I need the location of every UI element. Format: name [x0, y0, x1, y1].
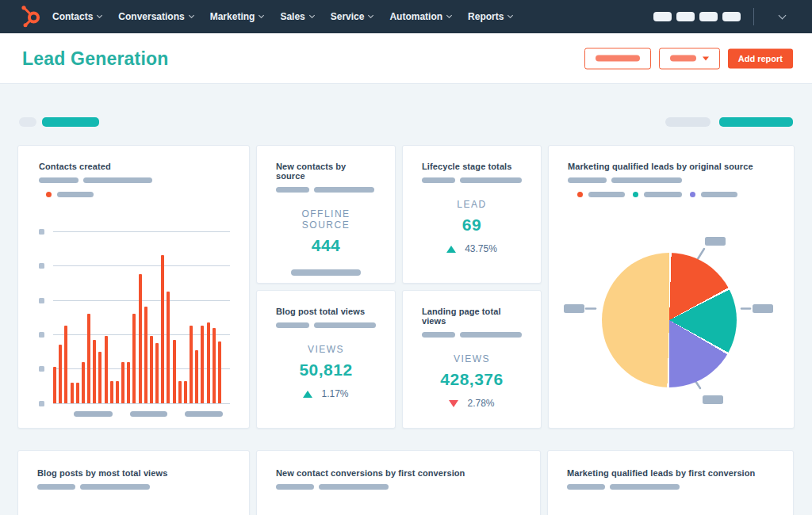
account-chevron-down-icon[interactable]	[779, 12, 787, 20]
bar[interactable]	[173, 340, 176, 403]
filter-control-placeholder[interactable]	[719, 117, 793, 127]
pie-data-label-placeholder	[753, 304, 773, 313]
delta-value: 1.17%	[321, 388, 348, 399]
dashboard-actions-button[interactable]	[584, 48, 651, 69]
subtitle-pill	[319, 484, 389, 490]
metric-value: 428,376	[422, 370, 522, 389]
button-label-placeholder	[670, 55, 696, 62]
bar[interactable]	[98, 352, 102, 403]
nav-item-marketing[interactable]: Marketing	[210, 11, 264, 22]
subtitle-pill	[422, 332, 455, 338]
nav-icon-placeholder[interactable]	[699, 12, 718, 21]
bar[interactable]	[64, 326, 67, 403]
bar[interactable]	[127, 362, 130, 403]
nav-item-automation[interactable]: Automation	[389, 11, 451, 22]
bar[interactable]	[184, 381, 187, 403]
dashboard-filter-dropdown[interactable]	[659, 48, 720, 69]
subtitle-pill	[314, 322, 376, 328]
card-blog-post-total-views: Blog post total views VIEWS 50,812 1.17%	[256, 290, 396, 429]
subtitle-pill	[610, 484, 680, 490]
nav-item-label: Reports	[468, 11, 504, 22]
bar[interactable]	[59, 345, 62, 403]
pie-chart-area	[549, 146, 794, 428]
pie-data-label-placeholder	[705, 237, 726, 246]
card-mql-by-first-conversion: Marketing qualified leads by first conve…	[547, 450, 794, 515]
bar[interactable]	[82, 362, 85, 403]
card-contacts-created: Contacts created	[17, 145, 250, 429]
app-root: Contacts Conversations Marketing Sales S…	[0, 0, 812, 515]
y-axis-tick-placeholder	[39, 229, 44, 235]
card-new-contact-conversions-by-first-conversion: New contact conversions by first convers…	[256, 450, 541, 515]
bar[interactable]	[161, 255, 164, 403]
bar[interactable]	[116, 381, 119, 403]
bar[interactable]	[218, 341, 221, 403]
bar[interactable]	[93, 340, 96, 403]
bar[interactable]	[195, 350, 198, 403]
bar[interactable]	[178, 381, 182, 403]
filter-control-placeholder[interactable]	[42, 117, 99, 127]
y-axis-tick-placeholder	[39, 401, 44, 406]
bar[interactable]	[53, 367, 56, 403]
nav-item-contacts[interactable]: Contacts	[52, 11, 102, 22]
nav-item-conversations[interactable]: Conversations	[118, 11, 193, 22]
bar[interactable]	[167, 292, 170, 403]
bar-chart	[39, 231, 230, 403]
bar[interactable]	[213, 328, 216, 403]
bar[interactable]	[105, 336, 108, 403]
bar[interactable]	[71, 383, 74, 403]
x-axis-label-placeholder	[130, 411, 167, 417]
subtitle-pill	[83, 177, 152, 183]
bar[interactable]	[207, 322, 210, 403]
card-mql-by-original-source: Marketing qualified leads by original so…	[548, 145, 795, 429]
bar[interactable]	[121, 362, 124, 403]
nav-item-sales[interactable]: Sales	[280, 11, 313, 22]
card-title: Marketing qualified leads by first conve…	[567, 468, 774, 478]
metric-footer	[276, 265, 376, 279]
x-axis-label-placeholder	[74, 411, 113, 417]
triangle-up-icon	[303, 391, 312, 398]
add-report-button[interactable]: Add report	[728, 48, 793, 68]
card-subtitle-placeholder	[276, 484, 521, 490]
nav-item-label: Contacts	[52, 11, 93, 22]
card-title: Lifecycle stage totals	[422, 162, 522, 171]
subtitle-pill	[276, 187, 309, 193]
card-landing-page-total-views: Landing page total views VIEWS 428,376 2…	[402, 290, 542, 429]
nav-icon-placeholder[interactable]	[653, 12, 672, 21]
filter-label-placeholder	[665, 117, 710, 127]
metric-value: 444	[276, 236, 376, 255]
top-nav: Contacts Conversations Marketing Sales S…	[0, 0, 812, 33]
pie-data-label-placeholder	[564, 304, 584, 313]
filter-bar-left	[19, 117, 99, 127]
bar[interactable]	[110, 381, 113, 403]
bar[interactable]	[139, 274, 142, 403]
nav-item-label: Automation	[389, 11, 442, 22]
bar[interactable]	[144, 307, 147, 403]
card-title: New contact conversions by first convers…	[276, 468, 521, 478]
triangle-down-icon	[703, 56, 709, 60]
bar[interactable]	[155, 343, 159, 403]
nav-item-reports[interactable]: Reports	[468, 11, 512, 22]
dashboard-grid-row-1: Contacts created	[17, 145, 795, 429]
subtitle-pill	[37, 484, 75, 490]
bar[interactable]	[150, 336, 153, 403]
chevron-down-icon	[508, 13, 513, 18]
y-axis-tick-placeholder	[39, 298, 44, 303]
bar[interactable]	[190, 326, 193, 403]
pie-chart[interactable]	[602, 253, 737, 387]
pie-data-label-placeholder	[703, 395, 723, 404]
metric-label: VIEWS	[422, 353, 522, 364]
bar[interactable]	[76, 383, 79, 403]
bar[interactable]	[201, 326, 204, 403]
hubspot-logo-icon[interactable]	[21, 6, 41, 28]
subtitle-pill	[422, 177, 455, 183]
card-subtitle-placeholder	[567, 484, 774, 490]
nav-icon-placeholder[interactable]	[722, 12, 741, 21]
nav-item-label: Sales	[280, 11, 304, 22]
nav-item-service[interactable]: Service	[331, 11, 373, 22]
metric-caption-placeholder	[291, 269, 361, 276]
bar[interactable]	[132, 314, 136, 403]
subtitle-pill	[39, 177, 79, 183]
bar[interactable]	[87, 314, 90, 403]
nav-icon-placeholder[interactable]	[676, 12, 695, 21]
legend-item	[46, 192, 94, 197]
